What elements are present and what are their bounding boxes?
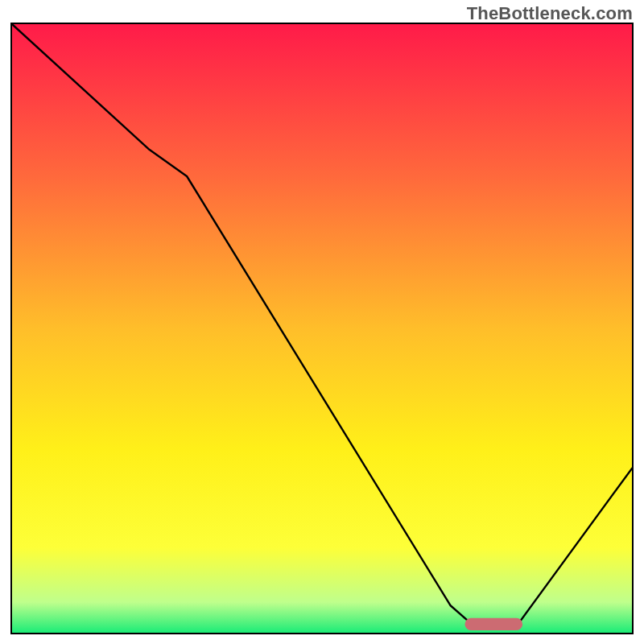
chart-frame [10,23,634,634]
attribution-label: TheBottleneck.com [467,3,633,24]
optimum-marker [464,618,522,630]
gradient-background [12,24,632,633]
chart-canvas [12,24,632,633]
